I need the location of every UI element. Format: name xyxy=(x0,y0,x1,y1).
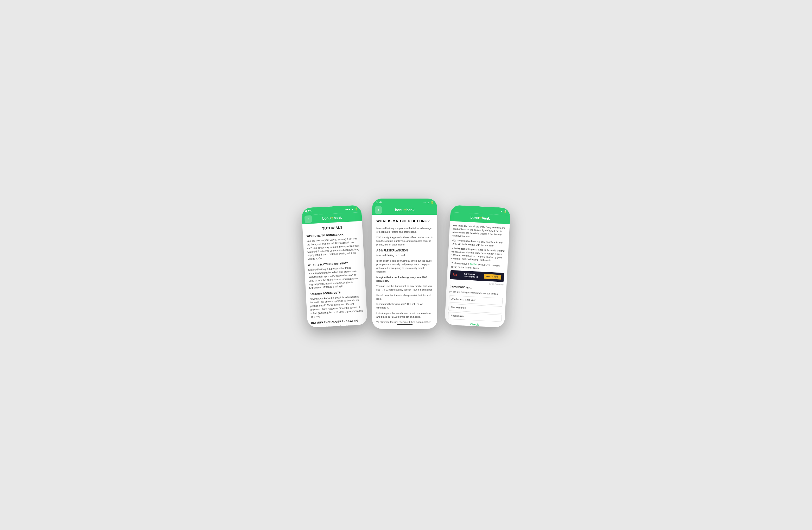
right-p2: ally, bookies have been the only people … xyxy=(452,239,506,248)
right-p1: kers place lay bets all the time. Every … xyxy=(452,224,506,240)
center-p3: Matched Betting isn't hard. xyxy=(376,253,433,257)
logo-text-right-c: bank xyxy=(407,208,415,212)
content-center: WHAT IS MATCHED BETTING? Matched betting… xyxy=(372,215,437,323)
logo-text-left: bonu xyxy=(322,216,331,221)
center-p10: To eliminate the risk, we would then go … xyxy=(376,320,433,323)
status-icons-left: ●●● ▲ 🔋 xyxy=(345,207,358,211)
quiz-question: y a bet at a betting exchange who are yo… xyxy=(449,290,503,296)
center-h2-simple: A SIMPLE EXPLANATION xyxy=(376,249,433,252)
phone-center: 6:26 ···· ▲ 🔋 ‹ bonu🌱bank WHAT IS MATCHE… xyxy=(372,198,437,329)
scene: 6:26 ●●● ▲ 🔋 ‹ bonu🌱bank TUTORIALS WELCO… xyxy=(304,198,508,332)
right-p4: n't already have a Betfair account, you … xyxy=(450,262,504,271)
logo-center: bonu🌱bank xyxy=(395,208,414,212)
quiz-section: G EXCHANGE QUIZ y a bet at a betting exc… xyxy=(448,285,503,328)
right-p3: s the biggest betting exchange in the wo… xyxy=(451,247,505,263)
app-header-center: ‹ bonu🌱bank xyxy=(372,206,437,215)
betfair-banner[interactable]: fair GO WHERETHE VALUE IS SIGN UP NOW > xyxy=(450,270,504,282)
banner-cta[interactable]: SIGN UP NOW > xyxy=(484,274,502,280)
content-left: TUTORIALS WELCOME TO BONUSBANK You are n… xyxy=(302,221,367,327)
quiz-option-2[interactable]: The exchange xyxy=(448,304,502,313)
quiz-option-3[interactable]: A bookmaker xyxy=(448,312,502,322)
center-title: WHAT IS MATCHED BETTING? xyxy=(376,218,433,224)
status-icons-center: ···· ▲ 🔋 xyxy=(423,201,434,204)
quiz-check-button[interactable]: Check xyxy=(448,321,502,327)
banner-brand: fair xyxy=(453,273,458,277)
quiz-option-1[interactable]: Another exchange user xyxy=(449,295,503,305)
logo-text-left-c: bonu xyxy=(395,208,403,212)
center-p1: Matched betting is a process that takes … xyxy=(376,226,433,234)
home-bar-center xyxy=(397,324,412,325)
logo-left: bonu🌱bank xyxy=(322,215,342,221)
betfair-link[interactable]: Betfair xyxy=(470,263,477,266)
logo-right: bonu🌱bank xyxy=(470,215,490,221)
center-p5: Imagine that a bookie has given you a $1… xyxy=(376,276,433,283)
phone-right: ▲ 🔋 bonu🌱bank kers place lay bets all th… xyxy=(445,205,511,327)
center-p8: In matched betting we don't like risk, s… xyxy=(376,302,433,310)
logo-leaf-r: 🌱 xyxy=(479,217,482,220)
back-button-left[interactable]: ‹ xyxy=(304,215,312,223)
tutorials-title: TUTORIALS xyxy=(306,224,359,232)
logo-text-right-r: bank xyxy=(482,216,490,221)
banner-text: GO WHERETHE VALUE IS xyxy=(464,273,478,279)
nav-footer: us Tutorial Next Tutorial xyxy=(447,327,501,328)
logo-text-right-left: bank xyxy=(333,215,342,220)
status-icons-right: ▲ 🔋 xyxy=(500,210,507,213)
center-p2: With the right approach, these offers ca… xyxy=(376,236,433,247)
home-indicator-center xyxy=(372,323,437,326)
logo-text-left-r: bonu xyxy=(470,215,479,220)
section-body-1: Matched betting is a process that takes … xyxy=(308,266,362,290)
time-left: 6:26 xyxy=(305,209,311,213)
logo-leaf-c: 🌱 xyxy=(403,209,407,212)
logo-leaf-left: 🌱 xyxy=(331,216,334,219)
center-p4: It can seem a little confusing at times … xyxy=(376,259,433,274)
center-p7: It could win, but there is always a risk… xyxy=(376,293,433,301)
center-p6: You can use this bonus bet on any market… xyxy=(376,284,433,292)
center-p9: Let's imagine that we choose to bet on a… xyxy=(376,311,433,319)
phone-left: 6:26 ●●● ▲ 🔋 ‹ bonu🌱bank TUTORIALS WELCO… xyxy=(301,205,367,327)
section-body-0: You are now on your way to earning a tax… xyxy=(307,237,360,261)
content-right: kers place lay bets all the time. Every … xyxy=(445,221,510,327)
section-body-2: Now that we know it is possible to turn … xyxy=(310,294,363,319)
back-button-center[interactable]: ‹ xyxy=(375,206,382,214)
status-bar-center: 6:26 ···· ▲ 🔋 xyxy=(372,198,437,206)
time-center: 6:26 xyxy=(376,200,382,204)
